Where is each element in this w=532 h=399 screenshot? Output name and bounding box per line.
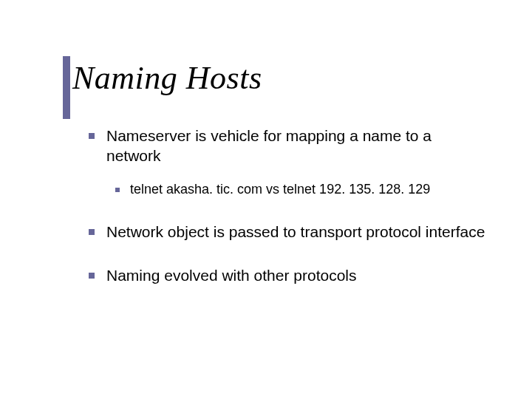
square-bullet-icon xyxy=(115,188,120,192)
bullet-text: Naming evolved with other protocols xyxy=(106,265,357,285)
slide-body: Nameserver is vehicle for mapping a name… xyxy=(89,126,488,290)
bullet-item: Nameserver is vehicle for mapping a name… xyxy=(89,126,488,166)
title-accent-bar xyxy=(63,56,70,119)
bullet-text: telnet akasha. tic. com vs telnet 192. 1… xyxy=(130,181,430,198)
bullet-text: Nameserver is vehicle for mapping a name… xyxy=(106,126,488,166)
bullet-text: Network object is passed to transport pr… xyxy=(106,222,485,242)
bullet-item: Naming evolved with other protocols xyxy=(89,265,488,285)
slide: Naming Hosts Nameserver is vehicle for m… xyxy=(0,0,532,399)
square-bullet-icon xyxy=(89,229,95,235)
square-bullet-icon xyxy=(89,133,95,139)
square-bullet-icon xyxy=(89,273,95,279)
bullet-item: telnet akasha. tic. com vs telnet 192. 1… xyxy=(115,181,488,198)
slide-title: Naming Hosts xyxy=(72,59,262,97)
bullet-item: Network object is passed to transport pr… xyxy=(89,222,488,242)
